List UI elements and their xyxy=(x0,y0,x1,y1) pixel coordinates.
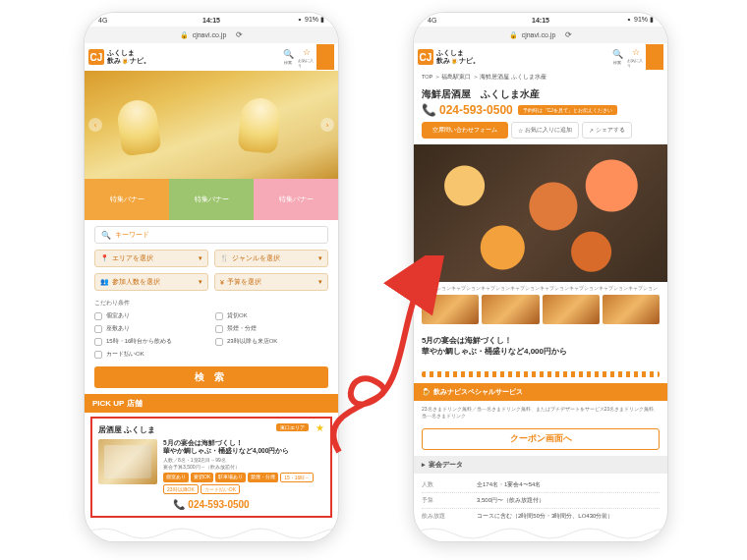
coupon-button[interactable]: クーポン画面へ xyxy=(422,428,660,450)
url-host: cjnavi.co.jp xyxy=(193,31,227,38)
star-icon: ☆ xyxy=(518,128,523,134)
hamburger-icon: ≡ xyxy=(322,52,327,62)
mug-icon: 🍺 xyxy=(422,388,431,396)
keyword-input[interactable]: 🔍キーワード xyxy=(94,226,328,244)
people-select[interactable]: 👥参加人数を選択▾ xyxy=(94,273,208,291)
status-bar: 4G 14:15 ⚬ 91% ▮ xyxy=(414,13,667,27)
tag: 個室あり xyxy=(163,473,189,482)
table-row: 人数全174名・1宴会4〜54名 xyxy=(422,477,660,493)
data-header: ▸ 宴会データ xyxy=(414,456,667,474)
budget-select[interactable]: ¥予算を選択▾ xyxy=(214,273,328,291)
share-button[interactable]: ↗シェアする xyxy=(582,122,632,139)
tag: 23時以降OK xyxy=(163,484,199,494)
logo-badge: CJ xyxy=(418,49,433,65)
hamburger-icon: ≡ xyxy=(652,52,657,62)
phone-left: 4G 14:15 ⚬ 91% ▮ 🔒 cjnavi.co.jp ⟳ CJ ふくし… xyxy=(84,12,339,542)
tag: 禁煙・分煙 xyxy=(248,473,278,482)
area-select[interactable]: 📍エリアを選択▾ xyxy=(94,250,208,267)
yen-icon: ¥ xyxy=(220,279,224,286)
status-signal: 4G xyxy=(428,17,436,24)
star-icon: ☆ xyxy=(303,47,311,57)
status-battery: ⚬ 91% ▮ xyxy=(626,16,654,24)
carousel-prev[interactable]: ‹ xyxy=(88,118,102,132)
checkbox-icon xyxy=(215,325,223,333)
nav-search[interactable]: 🔍検索 xyxy=(279,44,297,70)
status-battery: ⚬ 91% ▮ xyxy=(297,16,324,24)
genre-select[interactable]: 🍴ジャンルを選択▾ xyxy=(214,250,328,267)
filter-checkbox[interactable]: カード払いOK xyxy=(94,350,207,359)
thumbnail-row xyxy=(414,295,667,330)
inquiry-form-button[interactable]: 空席問い合わせフォーム xyxy=(422,122,508,139)
filter-checkbox[interactable]: 23時以降も来店OK xyxy=(215,337,328,346)
image-caption: キャプションキャプションキャプションキャプションキャプションキャプションキャプシ… xyxy=(414,285,667,295)
search-icon: 🔍 xyxy=(101,231,111,240)
service-description: 23名さまドリンク無料／当一名さまドリンク無料、またはプチデザートをサービス23… xyxy=(414,401,667,424)
refresh-icon[interactable]: ⟳ xyxy=(236,30,243,39)
favorite-star-icon[interactable]: ★ xyxy=(316,422,324,433)
carousel-next[interactable]: › xyxy=(320,118,334,132)
logo[interactable]: CJ ふくしま飲み🍺ナビ。 xyxy=(88,49,150,65)
filter-checkbox[interactable]: 貸切OK xyxy=(215,311,328,320)
logo-badge: CJ xyxy=(88,49,104,65)
search-icon: 🔍 xyxy=(612,49,623,59)
filter-checkbox[interactable]: 個室あり xyxy=(94,311,207,320)
url-bar[interactable]: 🔒 cjnavi.co.jp ⟳ xyxy=(85,27,338,43)
shop-phone-large[interactable]: 📞024-593-0500 xyxy=(422,103,513,117)
refine-label: こだわり条件 xyxy=(94,299,328,308)
banner-3[interactable]: 特集バナー xyxy=(254,179,338,220)
url-bar[interactable]: 🔒 cjnavi.co.jp ⟳ xyxy=(414,27,667,43)
nav-menu[interactable]: ≡ xyxy=(646,44,663,70)
chevron-down-icon: ▾ xyxy=(199,278,202,286)
app-header: CJ ふくしま飲み🍺ナビ。 🔍検索 ☆お気に入り ≡ xyxy=(414,43,667,71)
thumb-4[interactable] xyxy=(603,295,660,324)
logo[interactable]: CJ ふくしま飲み🍺ナビ。 xyxy=(418,49,480,65)
nav-favorite[interactable]: ☆お気に入り xyxy=(298,44,316,70)
tag: 駐車場あり xyxy=(215,473,246,482)
share-icon: ↗ xyxy=(589,128,594,134)
fork-icon: 🍴 xyxy=(220,254,229,262)
nav-search[interactable]: 🔍検索 xyxy=(608,44,626,70)
checkbox-icon xyxy=(94,338,102,346)
service-header: 🍺飲みナビスペシャルサービス xyxy=(414,383,667,401)
tag: 15・16時～ xyxy=(280,473,314,482)
thumb-3[interactable] xyxy=(543,295,600,324)
url-host: cjnavi.co.jp xyxy=(522,31,556,38)
shop-sub: 人数／8名・1室2店目～99名 宴会予算3,500円～（飲み放題付） xyxy=(163,457,324,470)
status-signal: 4G xyxy=(98,17,107,24)
feature-banners: 特集バナー 特集バナー 特集バナー xyxy=(85,179,338,220)
pickup-header: PICK UP 店舗 xyxy=(85,394,338,413)
checkbox-icon xyxy=(94,351,102,359)
hero-carousel[interactable]: ‹ › xyxy=(85,71,338,179)
breadcrumb[interactable]: TOP ＞ 福島駅東口 ＞ 海鮮居酒屋 ふくしま水産 xyxy=(414,71,667,84)
torn-edge xyxy=(414,522,667,542)
shop-card[interactable]: 居酒屋 ふくしま 東口エリア ★ 5月の宴会は海鮮づくし！ 華やか鯛しゃぶ・桶盛… xyxy=(90,417,332,518)
nav-favorite[interactable]: ☆お気に入り xyxy=(627,44,645,70)
table-row: 予算3,500円〜（飲み放題付） xyxy=(422,493,660,509)
filter-checkbox[interactable]: 15時・16時台から飲める xyxy=(94,337,207,346)
filter-checkbox[interactable]: 禁煙・分煙 xyxy=(215,324,328,333)
divider-dashed xyxy=(422,371,660,377)
page-title: 海鮮居酒屋 ふくしま水産 xyxy=(414,84,667,103)
event-title: 5月の宴会は海鮮づくし！ 華やか鯛しゃぶ・桶盛りなど4,000円から xyxy=(422,336,660,358)
thumb-1[interactable] xyxy=(422,295,479,324)
pin-icon: 📍 xyxy=(100,254,109,262)
search-panel: 🔍キーワード 📍エリアを選択▾ 🍴ジャンルを選択▾ 👥参加人数を選択▾ ¥予算を… xyxy=(85,220,338,394)
logo-text: ふくしま飲み🍺ナビ。 xyxy=(107,49,150,64)
banner-1[interactable]: 特集バナー xyxy=(85,179,169,220)
search-button[interactable]: 検 索 xyxy=(94,366,328,388)
hero-image xyxy=(414,144,667,282)
status-bar: 4G 14:15 ⚬ 91% ▮ xyxy=(85,13,338,27)
nav-menu[interactable]: ≡ xyxy=(316,44,334,70)
thumb-2[interactable] xyxy=(482,295,539,324)
lock-icon: 🔒 xyxy=(509,31,518,39)
shop-phone[interactable]: 📞024-593-0500 xyxy=(98,499,324,510)
checkbox-icon xyxy=(215,312,223,320)
refresh-icon[interactable]: ⟳ xyxy=(565,30,572,39)
shop-area-badge: 東口エリア xyxy=(276,423,309,431)
banner-2[interactable]: 特集バナー xyxy=(169,179,254,220)
filter-checkbox[interactable]: 座敷あり xyxy=(94,324,207,333)
status-time: 14:15 xyxy=(532,17,549,24)
status-time: 14:15 xyxy=(202,17,220,24)
search-icon: 🔍 xyxy=(283,49,294,59)
add-favorite-button[interactable]: ☆お気に入りに追加 xyxy=(511,122,579,139)
